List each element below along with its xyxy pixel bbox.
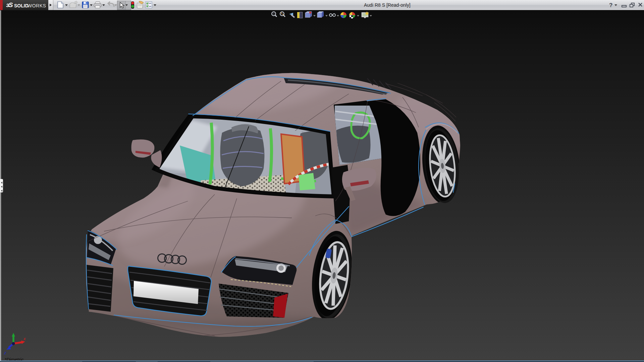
svg-text:?: ? <box>609 2 612 8</box>
svg-text:x: x <box>23 336 26 341</box>
svg-text:z: z <box>4 350 6 355</box>
